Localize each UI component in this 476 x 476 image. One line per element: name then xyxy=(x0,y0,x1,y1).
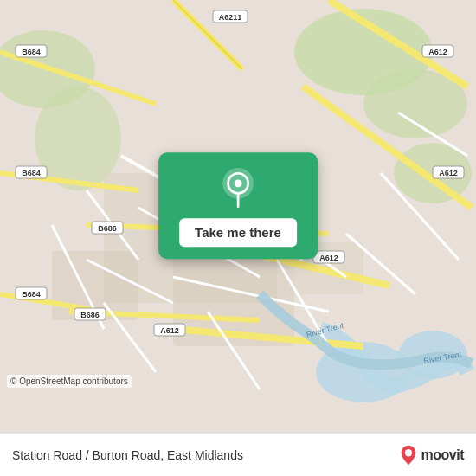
svg-text:B686: B686 xyxy=(80,311,100,319)
map-container: B684 B684 B684 A6211 A612 A612 B686 B686… xyxy=(0,0,476,433)
svg-point-64 xyxy=(404,449,411,456)
moovit-logo: moovit xyxy=(399,444,464,466)
take-me-there-button[interactable]: Take me there xyxy=(179,218,297,247)
svg-text:B684: B684 xyxy=(22,290,41,299)
moovit-pin-icon xyxy=(399,444,418,466)
moovit-wordmark: moovit xyxy=(421,447,464,463)
svg-text:B684: B684 xyxy=(22,48,41,56)
footer-bar: Station Road / Burton Road, East Midland… xyxy=(0,433,476,476)
svg-text:B684: B684 xyxy=(22,169,41,177)
svg-text:A6211: A6211 xyxy=(219,13,242,22)
svg-point-63 xyxy=(235,179,242,187)
svg-text:A612: A612 xyxy=(428,48,447,56)
svg-text:A612: A612 xyxy=(439,169,458,177)
map-pin-icon xyxy=(216,166,260,209)
svg-text:A612: A612 xyxy=(319,254,338,262)
location-label: Station Road / Burton Road, East Midland… xyxy=(12,448,243,462)
svg-text:B686: B686 xyxy=(98,224,117,233)
copyright-notice: © OpenStreetMap contributors xyxy=(7,375,132,388)
svg-text:A612: A612 xyxy=(160,326,179,335)
location-card: Take me there xyxy=(158,152,318,259)
